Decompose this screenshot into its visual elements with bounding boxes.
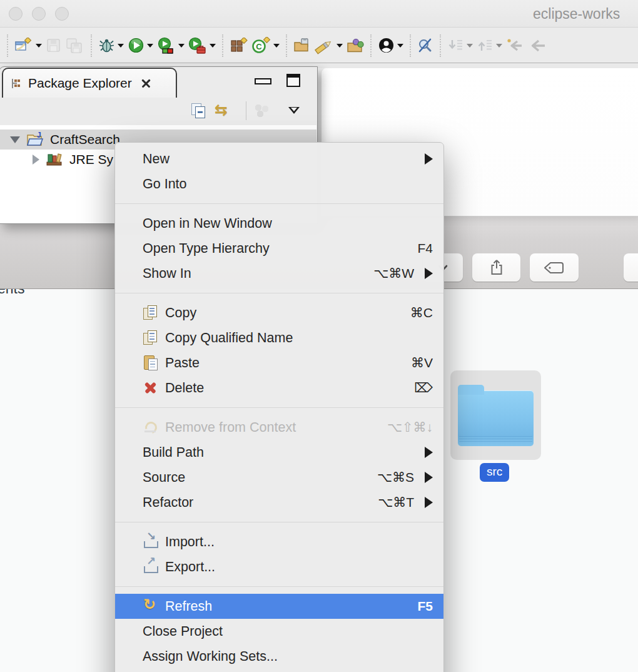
dropdown-arrow-icon[interactable] bbox=[178, 44, 185, 48]
menu-item-label: Open Type Hierarchy bbox=[143, 241, 270, 257]
delete-icon bbox=[143, 380, 159, 396]
menu-item-shortcut: ⌥⇧⌘↓ bbox=[387, 420, 433, 435]
dropdown-arrow-icon[interactable] bbox=[273, 44, 280, 48]
menu-item-delete[interactable]: Delete⌦ bbox=[115, 375, 443, 400]
open-type-button[interactable] bbox=[347, 38, 364, 54]
collapsed-arrow-icon[interactable] bbox=[33, 155, 39, 165]
dropdown-arrow-icon[interactable] bbox=[147, 44, 153, 48]
menu-item-copy-qualified-name[interactable]: Copy Qualified Name bbox=[115, 325, 443, 350]
expanded-arrow-icon[interactable] bbox=[10, 136, 20, 143]
menu-item-copy[interactable]: Copy⌘C bbox=[115, 300, 443, 325]
toolbar-separator bbox=[7, 34, 8, 57]
submenu-arrow-icon bbox=[425, 268, 433, 279]
svg-text:C: C bbox=[256, 42, 262, 51]
menu-item-open-in-new-window[interactable]: Open in New Window bbox=[115, 211, 443, 236]
menu-item-refresh[interactable]: RefreshF5 bbox=[115, 594, 443, 619]
selected-file-src[interactable]: src bbox=[450, 370, 541, 460]
run-button[interactable] bbox=[128, 37, 153, 54]
menu-item-label: Import... bbox=[165, 534, 215, 550]
open-task-button[interactable] bbox=[293, 38, 310, 54]
new-java-project-button[interactable] bbox=[230, 38, 248, 54]
dropdown-arrow-icon[interactable] bbox=[36, 44, 42, 48]
tree-item-label[interactable]: CraftSearch bbox=[50, 132, 120, 147]
profile-button[interactable] bbox=[188, 37, 216, 54]
user-profile-button[interactable] bbox=[378, 37, 403, 54]
debug-button[interactable] bbox=[98, 38, 124, 54]
previous-annotation-button[interactable] bbox=[477, 38, 502, 54]
new-wizard-button[interactable] bbox=[14, 38, 42, 54]
menu-item-label: Go Into bbox=[143, 176, 187, 192]
file-name-label[interactable]: src bbox=[480, 463, 509, 482]
menu-item-new[interactable]: New bbox=[115, 146, 443, 171]
menu-item-label: Close Project bbox=[143, 624, 223, 639]
save-button[interactable] bbox=[46, 38, 62, 54]
package-explorer-icon bbox=[11, 78, 21, 89]
menu-item-paste[interactable]: Paste⌘V bbox=[115, 350, 443, 375]
minimize-view-button[interactable] bbox=[255, 78, 271, 84]
eclipse-window-top: eclipse-works bbox=[0, 0, 638, 68]
menu-item-refactor[interactable]: Refactor⌥⌘T bbox=[115, 490, 443, 515]
menu-item-shortcut: ⌥⌘W bbox=[373, 266, 414, 281]
menu-item-assign-working-sets[interactable]: Assign Working Sets... bbox=[115, 644, 443, 669]
new-java-class-button[interactable]: C bbox=[252, 37, 280, 54]
menu-separator bbox=[115, 522, 443, 522]
menu-item-shortcut: ⌦ bbox=[414, 380, 433, 395]
highlighter-button[interactable] bbox=[314, 37, 343, 54]
toolbar-separator bbox=[286, 34, 287, 57]
submenu-arrow-icon bbox=[425, 497, 433, 508]
tab-package-explorer[interactable]: Package Explorer bbox=[2, 68, 177, 98]
dropdown-arrow-icon[interactable] bbox=[397, 44, 403, 48]
partial-toolbar-button[interactable] bbox=[624, 253, 638, 282]
menu-item-label: New bbox=[143, 151, 170, 167]
dropdown-arrow-icon[interactable] bbox=[496, 44, 502, 48]
close-window-button[interactable] bbox=[9, 7, 23, 21]
back-button[interactable] bbox=[529, 38, 547, 54]
next-annotation-button[interactable] bbox=[447, 38, 473, 54]
menu-item-label: Refactor bbox=[143, 495, 193, 511]
last-edit-location-button[interactable] bbox=[506, 38, 525, 54]
close-tab-icon[interactable] bbox=[141, 78, 151, 89]
no-mark-occurrences-button[interactable] bbox=[417, 38, 433, 54]
menu-item-open-type-hierarchy[interactable]: Open Type HierarchyF4 bbox=[115, 236, 443, 261]
tree-item-label[interactable]: JRE Sy bbox=[69, 152, 113, 167]
menu-item-shortcut: ⌘V bbox=[411, 355, 433, 370]
dropdown-arrow-icon[interactable] bbox=[467, 44, 473, 48]
view-menu-icon[interactable] bbox=[288, 107, 300, 114]
menu-item-export[interactable]: Export... bbox=[115, 554, 443, 579]
link-with-editor-icon[interactable]: ⇆ bbox=[215, 101, 228, 119]
menu-item-label: Export... bbox=[165, 559, 215, 575]
save-all-button[interactable] bbox=[66, 38, 84, 54]
focus-working-set-icon[interactable] bbox=[252, 103, 273, 119]
copy-qualified-icon bbox=[143, 330, 159, 346]
minimize-window-button[interactable] bbox=[32, 7, 46, 21]
menu-item-source[interactable]: Source⌥⌘S bbox=[115, 465, 443, 490]
menu-item-label: Build Path bbox=[143, 445, 204, 461]
menu-item-close-project[interactable]: Close Project bbox=[115, 619, 443, 644]
tab-label: Package Explorer bbox=[28, 76, 132, 91]
share-button[interactable] bbox=[472, 253, 520, 282]
java-project-folder-icon: J bbox=[26, 132, 45, 147]
dropdown-arrow-icon[interactable] bbox=[118, 44, 124, 48]
dropdown-arrow-icon[interactable] bbox=[337, 44, 343, 48]
zoom-window-button[interactable] bbox=[55, 7, 69, 21]
dropdown-arrow-icon[interactable] bbox=[210, 44, 216, 48]
toolbar-separator bbox=[440, 34, 441, 57]
menu-item-shortcut: ⌥⌘S bbox=[377, 470, 414, 485]
collapse-all-icon[interactable] bbox=[191, 103, 206, 119]
context-menu: NewGo IntoOpen in New WindowOpen Type Hi… bbox=[114, 142, 444, 672]
coverage-button[interactable] bbox=[157, 37, 185, 54]
menu-item-show-in[interactable]: Show In⌥⌘W bbox=[115, 261, 443, 286]
main-toolbar: C bbox=[0, 28, 638, 63]
maximize-view-button[interactable] bbox=[286, 74, 300, 87]
menu-item-label: Refresh bbox=[165, 599, 212, 614]
tag-button[interactable] bbox=[530, 253, 579, 282]
toolbar-separator bbox=[91, 34, 92, 57]
menu-separator bbox=[115, 203, 443, 204]
window-title: eclipse-works bbox=[533, 6, 620, 23]
menu-item-remove-from-context[interactable]: Remove from Context⌥⇧⌘↓ bbox=[115, 415, 443, 440]
menu-item-import[interactable]: Import... bbox=[115, 529, 443, 554]
menu-item-go-into[interactable]: Go Into bbox=[115, 171, 443, 196]
menu-item-build-path[interactable]: Build Path bbox=[115, 440, 443, 465]
menu-item-label: Copy Qualified Name bbox=[165, 330, 293, 346]
toolbar-separator bbox=[410, 34, 411, 57]
